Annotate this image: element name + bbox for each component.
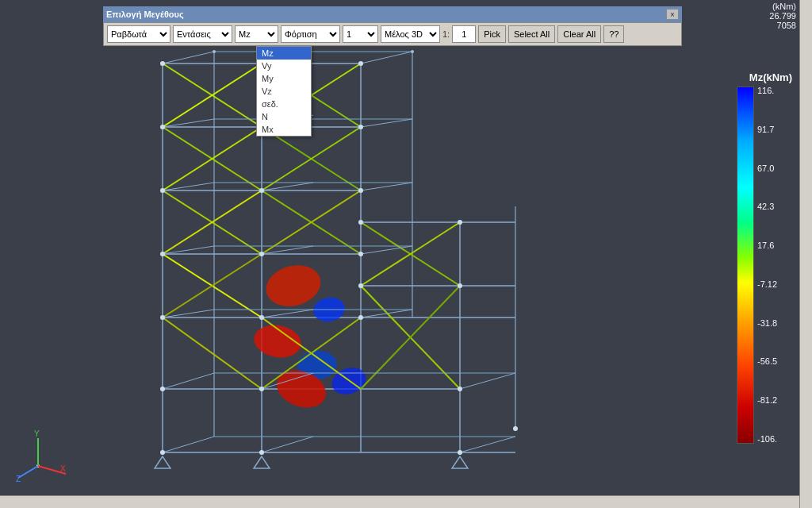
dropdown-item-vz[interactable]: Vz [257,85,311,98]
legend-labels: 116. 91.7 67.0 42.3 17.6 -7.12 -31.8 -56… [754,87,777,444]
svg-line-106 [18,466,38,478]
svg-point-76 [160,125,165,129]
legend-value-3: 42.3 [757,202,777,211]
legend-value-4: 17.6 [757,241,777,250]
bottom-scrollbar[interactable] [0,495,812,508]
svg-point-82 [160,252,165,256]
svg-point-80 [259,188,264,193]
legend-value-2: 67.0 [757,164,777,173]
legend-value-5: -7.12 [757,280,777,289]
svg-point-95 [160,450,165,455]
svg-point-83 [259,252,264,256]
svg-point-94 [458,387,462,391]
right-scrollbar[interactable] [799,0,812,508]
separator-label: 1: [442,29,450,39]
dropdown-item-mx[interactable]: Mx [257,123,311,136]
coordinate-info: (kNm) 26.799 7058 [769,2,796,30]
dropdown-item-n[interactable]: N [257,110,311,123]
svg-point-89 [358,220,363,225]
legend-value-1: 91.7 [757,125,777,134]
svg-rect-0 [0,0,812,508]
component-dropdown-menu[interactable]: Mz Vy My Vz σεδ. N Mx [256,46,312,137]
svg-point-93 [259,387,264,391]
dropdown-item-mz[interactable]: Mz [257,47,311,60]
svg-point-103 [411,50,414,53]
structure-display [0,0,812,508]
title-bar: Επιλογή Μεγέθους × [103,6,682,22]
svg-point-98 [513,426,518,431]
help-button[interactable]: ?? [603,25,624,43]
svg-point-73 [160,61,165,66]
legend-title: Mz(kNm) [737,71,792,83]
element-type-dropdown[interactable]: Ραβδωτά [107,25,170,43]
legend-value-9: -106. [757,435,777,444]
load-type-dropdown[interactable]: Φόρτιση [281,25,340,43]
svg-point-85 [160,315,165,320]
svg-text:Y: Y [34,430,40,438]
legend-value-7: -56.5 [757,357,777,366]
legend-value-0: 116. [757,87,777,95]
component-dropdown[interactable]: Mz [235,25,278,43]
toolbar: Ραβδωτά Εντάσεις Mz Φόρτιση 1 Μέλος 3D 1… [103,22,682,46]
dropdown-item-my[interactable]: My [257,72,311,85]
svg-point-88 [458,220,462,225]
svg-point-92 [160,387,165,391]
svg-text:Z: Z [16,475,21,483]
select-all-button[interactable]: Select All [508,25,555,43]
load-case-dropdown[interactable]: 1 [343,25,378,43]
clear-all-button[interactable]: Clear All [557,25,601,43]
view-type-dropdown[interactable]: Μέλος 3D [381,25,440,43]
number-input[interactable] [452,25,476,43]
legend-gradient-bar [737,87,754,444]
color-legend: Mz(kNm) 116. 91.7 67.0 42.3 17.6 -7.12 -… [737,71,792,444]
window-title: Επιλογή Μεγέθους [106,10,184,19]
svg-point-87 [358,315,363,320]
svg-point-78 [358,125,363,129]
svg-point-84 [358,252,363,256]
close-button[interactable]: × [666,9,679,20]
svg-point-86 [259,315,264,320]
svg-point-75 [358,61,363,66]
dropdown-item-sed[interactable]: σεδ. [257,98,311,110]
svg-text:X: X [60,464,66,473]
svg-point-81 [358,188,363,193]
legend-value-6: -31.8 [757,319,777,328]
svg-point-97 [458,450,462,455]
pick-button[interactable]: Pick [478,25,506,43]
svg-point-96 [259,450,264,455]
svg-point-90 [458,283,462,288]
svg-point-79 [160,188,165,193]
result-type-dropdown[interactable]: Εντάσεις [173,25,232,43]
svg-point-91 [358,283,363,288]
dropdown-item-vy[interactable]: Vy [257,60,311,72]
svg-point-102 [213,50,216,53]
axes-indicator: Z Y X [14,430,70,486]
legend-value-8: -81.2 [757,396,777,405]
